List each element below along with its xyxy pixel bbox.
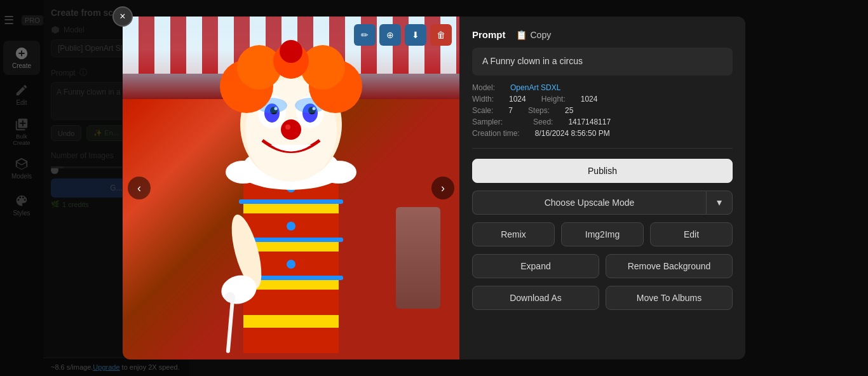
- prompt-text: A Funny clown in a circus: [472, 48, 733, 76]
- svg-rect-9: [239, 199, 343, 204]
- chevron-down-icon: ▾: [717, 196, 722, 208]
- upscale-button[interactable]: Choose Upscale Mode: [472, 191, 706, 215]
- info-panel: Prompt 📋 Copy A Funny clown in a circus …: [459, 17, 745, 359]
- image-detail-modal: ×: [123, 17, 745, 359]
- creation-value: 8/16/2024 8:56:50 PM: [535, 129, 610, 138]
- height-value: 1024: [581, 95, 598, 104]
- image-toolbar: ✏ ⊕ ⬇ 🗑: [354, 24, 452, 46]
- edit-button[interactable]: Edit: [650, 222, 733, 246]
- publish-button[interactable]: Publish: [472, 159, 733, 183]
- action-row-1: Remix Img2Img Edit: [472, 222, 733, 246]
- trash-icon: 🗑: [437, 30, 445, 40]
- zoom-button[interactable]: ⊕: [379, 24, 401, 46]
- close-button[interactable]: ×: [112, 6, 133, 27]
- model-value: OpenArt SDXL: [510, 83, 560, 92]
- edit-image-button[interactable]: ✏: [354, 24, 376, 46]
- expand-button[interactable]: Expand: [472, 254, 599, 278]
- prev-image-button[interactable]: ‹: [128, 177, 151, 199]
- download-button[interactable]: Download As: [472, 286, 599, 310]
- meta-seed-row: Sampler: Seed: 1417148117: [472, 117, 733, 126]
- meta-settings-row: Scale: 7 Steps: 25: [472, 106, 733, 115]
- svg-point-44: [225, 292, 235, 302]
- clown-svg: [183, 36, 399, 353]
- meta-info: Model: OpenArt SDXL Width: 1024 Height: …: [472, 83, 733, 138]
- chevron-left-icon: ‹: [137, 182, 141, 195]
- meta-dimensions-row: Width: 1024 Height: 1024: [472, 95, 733, 104]
- zoom-icon: ⊕: [386, 30, 394, 40]
- upscale-dropdown-button[interactable]: ▾: [706, 191, 733, 215]
- action-row-2: Expand Remove Background: [472, 254, 733, 278]
- svg-rect-43: [226, 296, 235, 353]
- bg-person: [396, 207, 440, 309]
- svg-point-14: [287, 260, 295, 269]
- svg-point-13: [287, 222, 295, 231]
- image-panel: ✏ ⊕ ⬇ 🗑 ‹ ›: [123, 17, 459, 359]
- scale-value: 7: [508, 106, 513, 115]
- svg-point-33: [281, 119, 301, 140]
- remix-button[interactable]: Remix: [472, 222, 555, 246]
- meta-model-row: Model: OpenArt SDXL: [472, 83, 733, 92]
- pencil-icon: ✏: [361, 30, 369, 40]
- prompt-section-label: Prompt: [472, 29, 506, 40]
- seed-value: 1417148117: [568, 117, 611, 126]
- remove-bg-button[interactable]: Remove Background: [606, 254, 733, 278]
- img2img-button[interactable]: Img2Img: [561, 222, 644, 246]
- upscale-row: Choose Upscale Mode ▾: [472, 191, 733, 215]
- action-row-3: Download As Move To Albums: [472, 286, 733, 310]
- prompt-header: Prompt 📋 Copy: [472, 29, 733, 40]
- divider: [472, 148, 733, 149]
- steps-value: 25: [565, 106, 573, 115]
- svg-point-40: [280, 40, 302, 63]
- download-image-button[interactable]: ⬇: [405, 24, 426, 46]
- move-albums-button[interactable]: Move To Albums: [606, 286, 733, 310]
- svg-point-34: [285, 124, 290, 130]
- chevron-right-icon: ›: [441, 182, 445, 195]
- meta-creation-row: Creation time: 8/16/2024 8:56:50 PM: [472, 129, 733, 138]
- next-image-button[interactable]: ›: [431, 177, 454, 199]
- width-value: 1024: [509, 95, 526, 104]
- clown-image: [123, 17, 459, 359]
- delete-image-button[interactable]: 🗑: [430, 24, 452, 46]
- svg-rect-7: [243, 328, 339, 353]
- copy-icon: 📋: [516, 30, 527, 40]
- copy-button[interactable]: 📋 Copy: [516, 30, 552, 40]
- svg-rect-6: [243, 290, 339, 315]
- download-icon: ⬇: [412, 30, 419, 40]
- copy-label: Copy: [531, 30, 552, 40]
